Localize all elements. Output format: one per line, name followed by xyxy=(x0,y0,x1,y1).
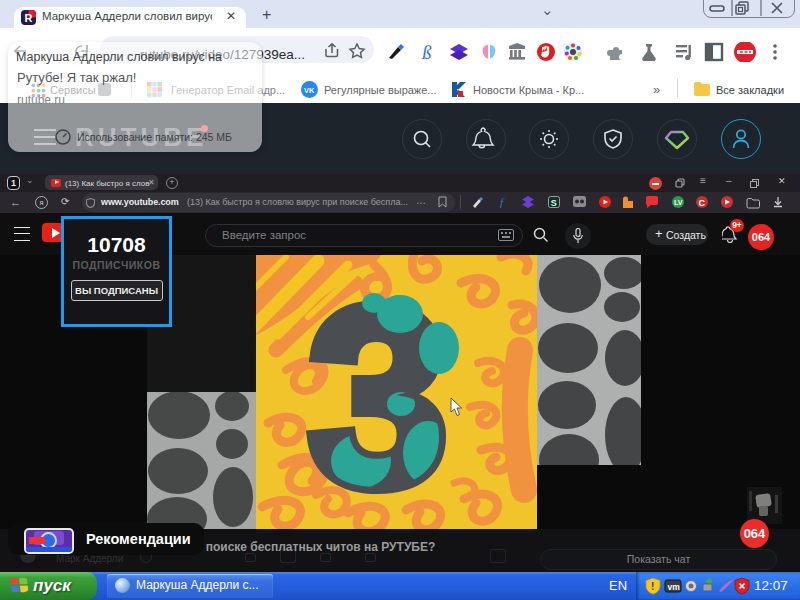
svg-text:R: R xyxy=(25,12,33,24)
svg-text:C: C xyxy=(699,198,706,208)
svg-text:S: S xyxy=(551,198,557,208)
svg-text:LV: LV xyxy=(674,199,683,206)
svg-text:vm: vm xyxy=(668,582,681,592)
svg-text:ß: ß xyxy=(421,42,432,62)
svg-text:VK: VK xyxy=(304,86,315,95)
svg-text:!: ! xyxy=(651,581,654,592)
svg-text:f: f xyxy=(500,196,505,208)
